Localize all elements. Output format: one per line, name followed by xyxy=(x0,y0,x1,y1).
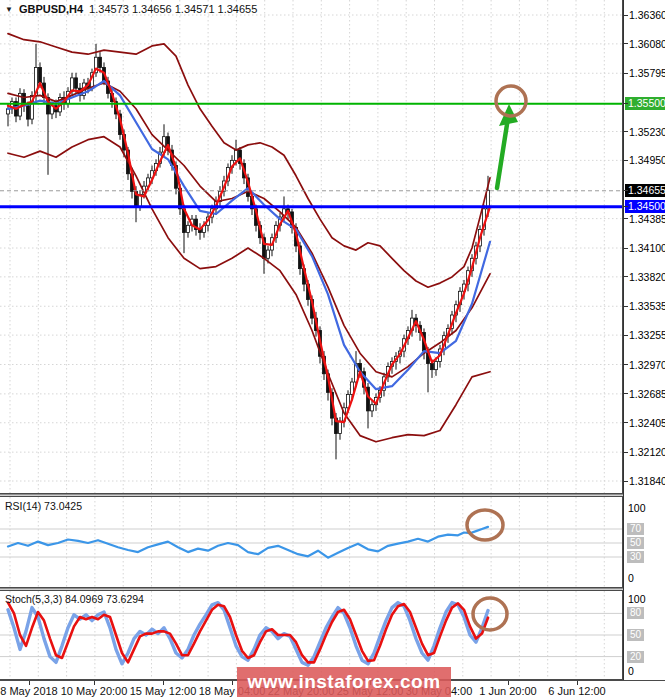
stoch-signal-line xyxy=(8,603,488,663)
candle-body xyxy=(371,405,374,411)
bid-price-label[interactable]: 1.34655 xyxy=(625,184,665,197)
price-axis-tick xyxy=(624,43,628,44)
price-axis-label: 1.35230 xyxy=(629,126,665,138)
price-axis-label: 1.32120 xyxy=(629,446,665,458)
indicator-axis-label: 0 xyxy=(628,572,634,584)
indicator-level-label: 80 xyxy=(627,607,644,619)
slow-ma-line xyxy=(8,81,490,389)
support-price-label[interactable]: 1.34500 xyxy=(625,200,665,213)
candle-body xyxy=(235,150,238,160)
price-axis-tick xyxy=(624,393,628,394)
chart-title-bar: ▼ GBPUSD,H4 1.34573 1.34656 1.34571 1.34… xyxy=(5,3,257,15)
price-axis-label: 1.32970 xyxy=(629,359,665,371)
indicator-level-label: 70 xyxy=(627,523,644,535)
candle-body xyxy=(431,363,434,369)
resistance-price-label[interactable]: 1.35500 xyxy=(625,97,665,110)
price-axis-label: 1.32685 xyxy=(629,388,665,400)
indicator-axis-label: 0 xyxy=(628,665,634,677)
candle-body xyxy=(99,57,102,67)
candle-body xyxy=(187,225,190,232)
price-axis-label: 1.36360 xyxy=(629,9,665,21)
price-axis-tick xyxy=(624,364,628,365)
symbol-dropdown-icon[interactable]: ▼ xyxy=(5,5,13,14)
indicator-axis-label: 100 xyxy=(628,502,646,514)
price-axis-tick xyxy=(624,160,628,161)
time-axis-label: 10 May 20:00 xyxy=(61,685,128,697)
rsi-indicator-label: RSI(14) 73.0425 xyxy=(5,500,82,512)
ohlc-values: 1.34573 1.34656 1.34571 1.34655 xyxy=(89,3,257,15)
price-axis-label: 1.36080 xyxy=(629,38,665,50)
price-axis-label: 1.32405 xyxy=(629,417,665,429)
stoch-main-line xyxy=(8,603,488,666)
price-axis-tick xyxy=(624,276,628,277)
rsi-panel[interactable] xyxy=(0,497,622,587)
main-price-chart[interactable] xyxy=(0,0,622,493)
price-axis-tick xyxy=(624,248,628,249)
price-axis-tick xyxy=(624,335,628,336)
time-axis-label: 15 May 12:00 xyxy=(130,685,197,697)
watermark-text: www.instaforex.com xyxy=(247,671,440,693)
fast-ma-line xyxy=(8,69,490,423)
stoch-indicator-label: Stoch(5,3,3) 84.0969 73.6294 xyxy=(5,593,144,605)
symbol-label: GBPUSD,H4 xyxy=(19,3,83,15)
indicator-level-label: 50 xyxy=(627,537,644,549)
price-axis-tick xyxy=(624,206,628,207)
price-axis-label: 1.34100 xyxy=(629,242,665,254)
indicator-axis-label: 100 xyxy=(628,593,646,605)
candle-body xyxy=(435,361,438,369)
time-axis-label: 8 May 2018 xyxy=(0,685,57,697)
candle-body xyxy=(27,106,30,119)
price-axis-label: 1.34950 xyxy=(629,154,665,166)
price-axis-label: 1.35795 xyxy=(629,67,665,79)
price-axis-tick xyxy=(624,190,628,191)
buy-arrow-annotation[interactable] xyxy=(497,118,508,188)
price-axis[interactable]: 1.363601.360801.357951.352301.349501.343… xyxy=(623,0,665,680)
candle-body xyxy=(39,68,42,83)
price-axis-tick xyxy=(624,218,628,219)
time-axis-label: 6 Jun 12:00 xyxy=(548,685,606,697)
price-axis-tick xyxy=(624,131,628,132)
candle-body xyxy=(339,421,342,433)
stoch-circle-annotation[interactable] xyxy=(473,598,507,630)
time-axis-label: 1 Jun 20:00 xyxy=(479,685,537,697)
watermark: www.instaforex.com xyxy=(237,667,451,697)
indicator-level-label: 20 xyxy=(627,651,644,663)
price-axis-tick xyxy=(624,422,628,423)
rsi-circle-annotation[interactable] xyxy=(467,510,503,540)
price-axis-tick xyxy=(624,452,628,453)
indicator-level-label: 50 xyxy=(627,629,644,641)
price-axis-tick xyxy=(624,15,628,16)
price-axis-label: 1.34385 xyxy=(629,213,665,225)
price-axis-label: 1.33535 xyxy=(629,300,665,312)
bollinger-middle-line xyxy=(8,83,490,377)
price-axis-tick xyxy=(624,73,628,74)
candle-body xyxy=(75,78,78,88)
price-axis-label: 1.33820 xyxy=(629,271,665,283)
price-axis-label: 1.31840 xyxy=(629,475,665,487)
rsi-line xyxy=(8,527,488,558)
candle-body xyxy=(267,250,270,258)
price-axis-label: 1.33255 xyxy=(629,329,665,341)
price-axis-tick xyxy=(624,103,628,104)
chart-window: ▼ GBPUSD,H4 1.34573 1.34656 1.34571 1.34… xyxy=(0,0,665,698)
price-axis-tick xyxy=(624,481,628,482)
indicator-level-label: 30 xyxy=(627,551,644,563)
price-axis-tick xyxy=(624,306,628,307)
